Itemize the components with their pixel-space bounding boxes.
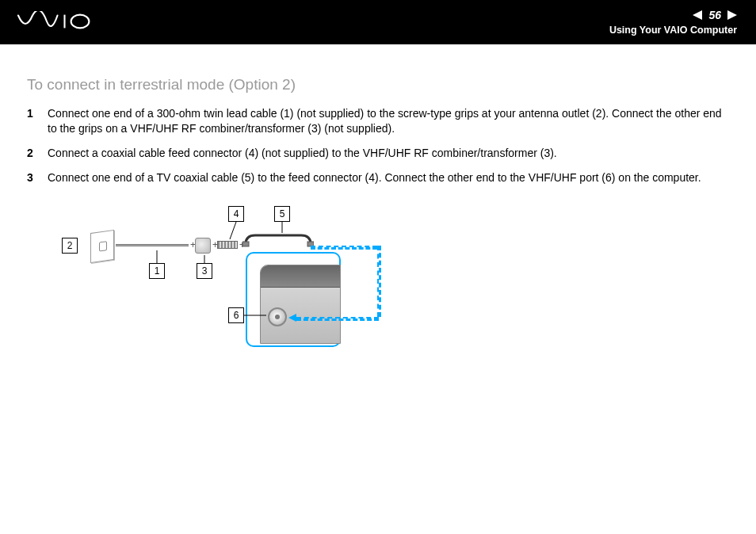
- svg-point-1: [71, 14, 90, 28]
- section-label: Using Your VAIO Computer: [609, 24, 737, 36]
- content-area: To connect in terrestrial mode (Option 2…: [0, 44, 756, 358]
- step-item: 2 Connect a coaxial cable feed connector…: [27, 146, 729, 161]
- prev-page-arrow-icon[interactable]: [693, 10, 702, 20]
- step-number: 3: [27, 170, 48, 185]
- step-number: 1: [27, 106, 48, 136]
- connection-diagram: 2 1 3 4 5 6 + + +: [48, 200, 388, 358]
- step-number: 2: [27, 146, 48, 161]
- page-number: 56: [708, 8, 721, 22]
- step-item: 1 Connect one end of a 300-ohm twin lead…: [27, 106, 729, 136]
- next-page-arrow-icon[interactable]: [727, 10, 737, 20]
- page-nav: 56: [609, 8, 737, 22]
- vaio-logo: [16, 11, 111, 34]
- step-text: Connect a coaxial cable feed connector (…: [48, 146, 729, 161]
- steps-list: 1 Connect one end of a 300-ohm twin lead…: [27, 106, 729, 185]
- section-title: To connect in terrestrial mode (Option 2…: [27, 76, 729, 93]
- step-item: 3 Connect one end of a TV coaxial cable …: [27, 170, 729, 185]
- header-bar: 56 Using Your VAIO Computer: [0, 0, 756, 44]
- step-text: Connect one end of a TV coaxial cable (5…: [48, 170, 729, 185]
- svg-line-6: [230, 222, 236, 239]
- leader-lines: [48, 200, 388, 358]
- step-text: Connect one end of a 300-ohm twin lead c…: [48, 106, 729, 136]
- header-right: 56 Using Your VAIO Computer: [609, 8, 737, 36]
